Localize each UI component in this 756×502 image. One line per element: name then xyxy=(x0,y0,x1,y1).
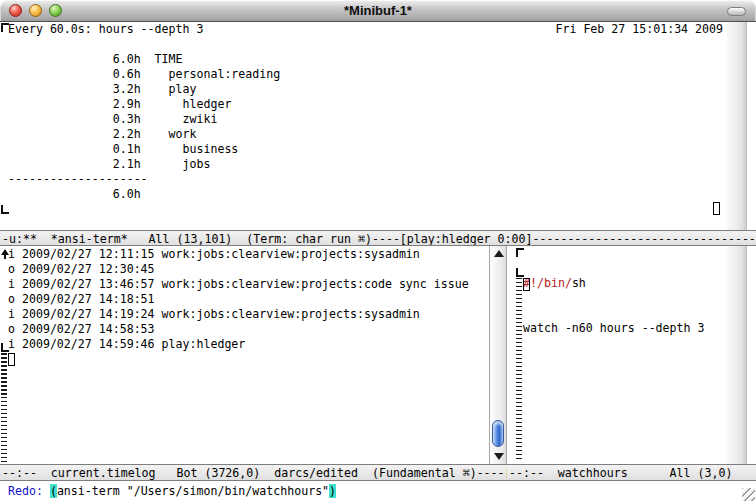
minibuffer[interactable]: Redo: (ansi-term "/Users/simon/bin/watch… xyxy=(0,481,756,502)
mode-line-timelog[interactable]: --:-- current.timelog Bot (3726,0) darcs… xyxy=(0,464,507,481)
script-hollow-cursor xyxy=(523,278,530,291)
emacs-frame: *Minibuf-1* Every 60.0s: hours --depth 3… xyxy=(0,0,756,502)
watch-command-line[interactable]: watch -n60 hours --depth 3 xyxy=(523,321,704,336)
watchhours-buffer[interactable]: #!/bin/sh watch -n60 hours --depth 3 xyxy=(523,246,704,366)
scroll-down-icon[interactable] xyxy=(494,453,504,460)
open-paren-highlight: ( xyxy=(50,484,57,498)
script-window-scrollbar[interactable] xyxy=(727,246,747,464)
shebang-line[interactable]: #!/bin/sh xyxy=(523,276,704,291)
close-paren-highlight: ) xyxy=(329,484,336,498)
timelog-buffer[interactable]: i 2009/02/27 12:11:15 work:jobs:clearvie… xyxy=(8,247,469,352)
shebang-comment: #!/bin/ xyxy=(523,276,572,290)
scroll-up-icon[interactable] xyxy=(494,250,504,257)
empty-lines-indicator xyxy=(1,353,7,462)
toolbar-toggle-button[interactable] xyxy=(727,7,746,16)
shebang-interpreter: sh xyxy=(572,276,586,290)
buffer-end-indicator-icon xyxy=(1,205,9,214)
timelog-scrollbar[interactable] xyxy=(489,246,507,464)
empty-lines-indicator xyxy=(516,278,522,462)
hours-report-buffer[interactable]: 6.0h TIME 0.6h personal:reading 3.2h pla… xyxy=(8,37,280,202)
scrollbar-thumb[interactable] xyxy=(492,420,504,447)
resize-grip[interactable] xyxy=(742,488,755,501)
mode-line-watchhours[interactable]: --:-- watchhours All (3,0) xyxy=(507,464,756,481)
window-title: *Minibuf-1* xyxy=(0,0,756,22)
watch-datetime: Fri Feb 27 15:01:34 2009 xyxy=(8,22,723,37)
mode-line-ansi-term[interactable]: -u:** *ansi-term* All (13,101) (Term: ch… xyxy=(0,230,756,246)
buffer-end-indicator-icon xyxy=(1,343,9,352)
minibuffer-content: ansi-term "/Users/simon/bin/watchhours" xyxy=(57,484,329,498)
term-hollow-cursor xyxy=(713,202,720,215)
window-titlebar[interactable]: *Minibuf-1* xyxy=(0,0,756,22)
timelog-hollow-cursor xyxy=(8,353,15,366)
minibuffer-prompt: Redo: xyxy=(8,484,50,498)
top-window-scrollbar[interactable] xyxy=(727,22,747,230)
